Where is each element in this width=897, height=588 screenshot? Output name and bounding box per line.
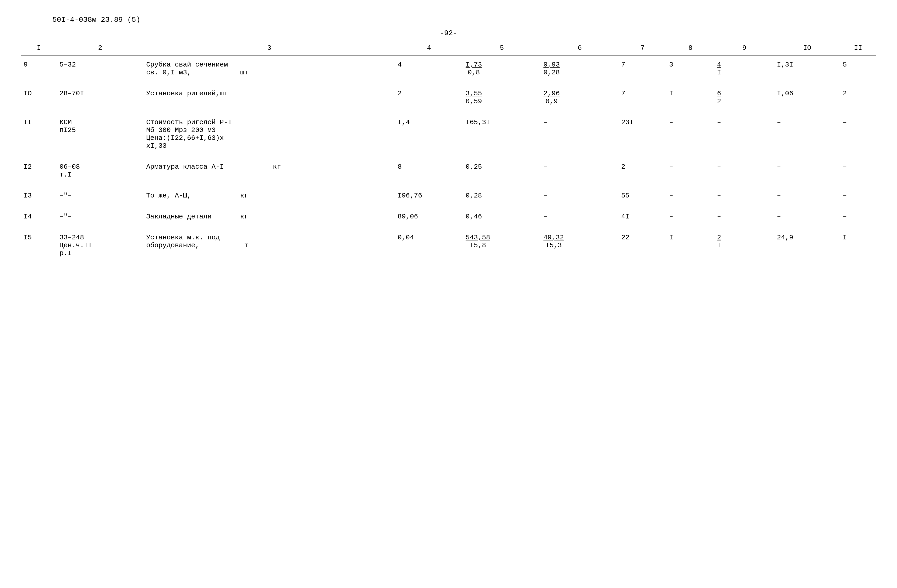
row-9-col9: 4 I	[715, 56, 775, 78]
row-11-col3: Стоимость ригелей Р-I Мб 300 Мрз 200 м3 …	[144, 114, 395, 151]
row-14-col7: 4I	[618, 208, 666, 222]
row-14-col9: –	[715, 208, 775, 222]
row-12-col3: Арматура класса А-I кг	[144, 158, 395, 180]
row-12-col5: 0,25	[463, 158, 541, 180]
row-13-col11: –	[840, 187, 876, 201]
row-12-col7: 2	[618, 158, 666, 180]
row-10-col2: 28–70I	[57, 85, 144, 106]
row-9-col7: 7	[618, 56, 666, 78]
row-12-col9: –	[715, 158, 775, 180]
col-header-7: 7	[618, 40, 666, 56]
row-13-col2: –″–	[57, 187, 144, 201]
col-header-3: 3	[144, 40, 395, 56]
row-15-col4: 0,04	[395, 229, 463, 258]
row-14-col5: 0,46	[463, 208, 541, 222]
table-row: I2 06–08 т.I Арматура класса А-I кг 8 0,…	[21, 158, 876, 180]
row-15-col6: 49,32 I5,3	[541, 229, 618, 258]
row-15-col2: 33–248 Цен.ч.II р.I	[57, 229, 144, 258]
row-10-col3: Установка ригелей,шт	[144, 85, 395, 106]
row-9-col4: 4	[395, 56, 463, 78]
row-11-col7: 23I	[618, 114, 666, 151]
col-header-1: I	[21, 40, 57, 56]
row-9-col6: 0,93 0,28	[541, 56, 618, 78]
row-10-col8: I	[666, 85, 715, 106]
row-15-col7: 22	[618, 229, 666, 258]
row-10-id: IO	[21, 85, 57, 106]
row-12-id: I2	[21, 158, 57, 180]
row-10-col4: 2	[395, 85, 463, 106]
col-header-2: 2	[57, 40, 144, 56]
row-11-col2: КСМ пI25	[57, 114, 144, 151]
row-12-col11: –	[840, 158, 876, 180]
col-header-4: 4	[395, 40, 463, 56]
row-9-col2: 5–32	[57, 56, 144, 78]
row-13-col8: –	[666, 187, 715, 201]
row-14-col2: –″–	[57, 208, 144, 222]
table-row: 9 5–32 Срубка свай сечением св. 0,I м3, …	[21, 56, 876, 78]
row-14-col10: –	[774, 208, 840, 222]
doc-number: 50I-4-038м 23.89 (5)	[21, 16, 876, 24]
row-12-col4: 8	[395, 158, 463, 180]
table-header: I 2 3 4 5 6 7 8 9 IO II	[21, 40, 876, 56]
main-table: I 2 3 4 5 6 7 8 9 IO II 9 5–32 Срубка св…	[21, 40, 876, 258]
col-header-8: 8	[666, 40, 715, 56]
row-9-col10: I,3I	[774, 56, 840, 78]
row-11-col6: –	[541, 114, 618, 151]
col-header-6: 6	[541, 40, 618, 56]
table-row: I3 –″– То же, А-Ш, кг I96,76 0,28 – 55 –…	[21, 187, 876, 201]
col-header-9: 9	[715, 40, 775, 56]
row-12-col6: –	[541, 158, 618, 180]
row-12-col2: 06–08 т.I	[57, 158, 144, 180]
row-10-col5: 3,55 0,59	[463, 85, 541, 106]
row-9-col11: 5	[840, 56, 876, 78]
row-11-col9: –	[715, 114, 775, 151]
row-15-col8: I	[666, 229, 715, 258]
row-14-col6: –	[541, 208, 618, 222]
row-9-col5: I,73 0,8	[463, 56, 541, 78]
row-13-col3: То же, А-Ш, кг	[144, 187, 395, 201]
row-13-id: I3	[21, 187, 57, 201]
row-10-col10: I,06	[774, 85, 840, 106]
row-11-col10: –	[774, 114, 840, 151]
col-header-11: II	[840, 40, 876, 56]
row-14-col3: Закладные детали кг	[144, 208, 395, 222]
row-9-col8: 3	[666, 56, 715, 78]
row-15-id: I5	[21, 229, 57, 258]
row-11-col8: –	[666, 114, 715, 151]
row-14-col11: –	[840, 208, 876, 222]
table-row: II КСМ пI25 Стоимость ригелей Р-I Мб 300…	[21, 114, 876, 151]
col-header-5: 5	[463, 40, 541, 56]
row-13-col10: –	[774, 187, 840, 201]
row-13-col4: I96,76	[395, 187, 463, 201]
row-13-col9: –	[715, 187, 775, 201]
row-14-col4: 89,06	[395, 208, 463, 222]
row-11-col11: –	[840, 114, 876, 151]
table-row: I4 –″– Закладные детали кг 89,06 0,46 – …	[21, 208, 876, 222]
row-12-col10: –	[774, 158, 840, 180]
row-9-col3: Срубка свай сечением св. 0,I м3, шт	[144, 56, 395, 78]
row-15-col9: 2 I	[715, 229, 775, 258]
row-9-id: 9	[21, 56, 57, 78]
row-12-col8: –	[666, 158, 715, 180]
row-13-col6: –	[541, 187, 618, 201]
row-11-col5: I65,3I	[463, 114, 541, 151]
row-11-id: II	[21, 114, 57, 151]
row-10-col9: 6 2	[715, 85, 775, 106]
row-15-col10: 24,9	[774, 229, 840, 258]
row-15-col3: Установка м.к. под оборудование, т	[144, 229, 395, 258]
page-number: -92-	[21, 29, 876, 37]
row-13-col7: 55	[618, 187, 666, 201]
row-10-col6: 2,96 0,9	[541, 85, 618, 106]
row-15-col5: 543,58 I5,8	[463, 229, 541, 258]
row-15-col11: I	[840, 229, 876, 258]
row-13-col5: 0,28	[463, 187, 541, 201]
row-14-col8: –	[666, 208, 715, 222]
row-10-col7: 7	[618, 85, 666, 106]
row-11-col4: I,4	[395, 114, 463, 151]
row-14-id: I4	[21, 208, 57, 222]
table-row: I5 33–248 Цен.ч.II р.I Установка м.к. по…	[21, 229, 876, 258]
table-row: IO 28–70I Установка ригелей,шт 2 3,55 0,…	[21, 85, 876, 106]
col-header-10: IO	[774, 40, 840, 56]
row-10-col11: 2	[840, 85, 876, 106]
